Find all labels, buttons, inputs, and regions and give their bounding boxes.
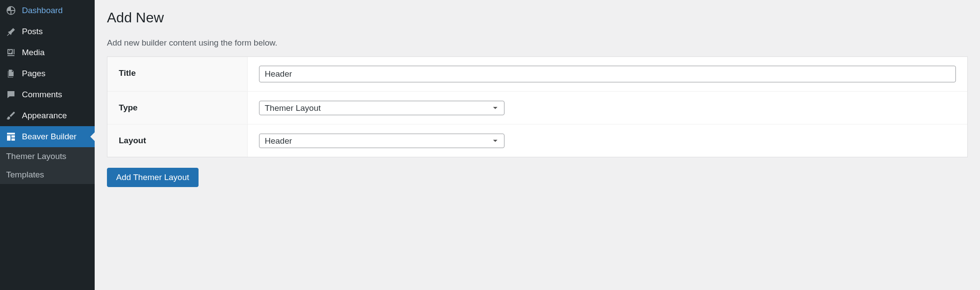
admin-sidebar: Dashboard Posts Media Pages: [0, 0, 95, 290]
type-select[interactable]: Themer Layout: [259, 101, 504, 115]
sidebar-item-label: Posts: [22, 27, 43, 36]
sidebar-item-label: Appearance: [22, 111, 67, 120]
sidebar-item-media[interactable]: Media: [0, 42, 95, 63]
sidebar-item-comments[interactable]: Comments: [0, 84, 95, 105]
sidebar-sub-item-label: Templates: [6, 170, 44, 179]
sidebar-item-beaver-builder[interactable]: Beaver Builder: [0, 126, 95, 147]
title-input[interactable]: [259, 66, 956, 82]
form-row-layout: Layout Header: [107, 124, 967, 157]
sidebar-item-label: Media: [22, 48, 45, 57]
svg-point-0: [9, 50, 11, 52]
dashboard-icon: [5, 5, 17, 16]
sidebar-menu: Dashboard Posts Media Pages: [0, 0, 95, 147]
sidebar-sub-item-themer-layouts[interactable]: Themer Layouts: [0, 147, 95, 166]
sidebar-item-posts[interactable]: Posts: [0, 21, 95, 42]
sidebar-sub-item-label: Themer Layouts: [6, 152, 66, 161]
layout-icon: [5, 131, 17, 142]
sidebar-item-label: Pages: [22, 69, 46, 78]
type-field-cell: Themer Layout: [248, 92, 967, 124]
add-new-form: Title Type Themer Layout Layout Header: [107, 57, 968, 157]
brush-icon: [5, 110, 17, 121]
layout-select[interactable]: Header: [259, 134, 504, 148]
app-layout: Dashboard Posts Media Pages: [0, 0, 980, 290]
sidebar-item-label: Beaver Builder: [22, 132, 77, 141]
sidebar-item-appearance[interactable]: Appearance: [0, 105, 95, 126]
pages-icon: [5, 68, 17, 79]
layout-field-cell: Header: [248, 124, 967, 157]
sidebar-item-label: Comments: [22, 90, 62, 99]
page-title: Add New: [107, 10, 968, 26]
form-row-type: Type Themer Layout: [107, 92, 967, 124]
page-description: Add new builder content using the form b…: [107, 38, 968, 48]
main-content: Add New Add new builder content using th…: [95, 0, 980, 290]
sidebar-sub-item-templates[interactable]: Templates: [0, 166, 95, 184]
add-themer-layout-button[interactable]: Add Themer Layout: [107, 168, 199, 187]
submit-area: Add Themer Layout: [107, 168, 968, 187]
comments-icon: [5, 89, 17, 100]
layout-label: Layout: [107, 124, 248, 157]
form-row-title: Title: [107, 57, 967, 92]
sidebar-item-pages[interactable]: Pages: [0, 63, 95, 84]
title-field-cell: [248, 57, 967, 91]
sidebar-submenu: Themer Layouts Templates: [0, 147, 95, 184]
sidebar-item-label: Dashboard: [22, 6, 63, 15]
title-label: Title: [107, 57, 248, 91]
media-icon: [5, 47, 17, 58]
type-label: Type: [107, 92, 248, 124]
sidebar-item-dashboard[interactable]: Dashboard: [0, 0, 95, 21]
pushpin-icon: [5, 26, 17, 37]
